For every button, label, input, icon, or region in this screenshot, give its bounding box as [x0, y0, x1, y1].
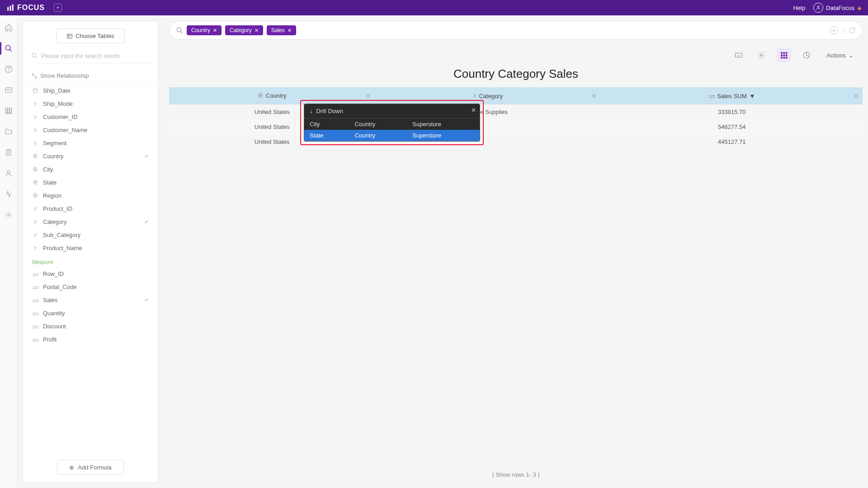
user-menu[interactable]: DataFocus ◈ — [813, 3, 862, 13]
query-chip[interactable]: Country✕ — [187, 25, 222, 35]
opt-source: Superstore — [407, 118, 480, 130]
clear-query-button[interactable]: ✕ — [830, 26, 838, 34]
field-item[interactable]: 123Quantity — [29, 307, 151, 320]
field-search[interactable] — [29, 49, 151, 63]
type-icon — [258, 93, 263, 99]
column-header[interactable]: 123Sales SUM▼⚙ — [601, 87, 863, 104]
field-search-input[interactable] — [29, 49, 151, 63]
chip-remove-icon[interactable]: ✕ — [213, 28, 217, 33]
nav-activity-icon[interactable] — [5, 190, 13, 198]
nav-table-icon[interactable] — [5, 107, 13, 115]
nav-user-icon[interactable] — [5, 169, 13, 177]
field-item[interactable]: TShip_Mode — [29, 97, 151, 110]
type-icon: T — [32, 246, 38, 251]
gear-icon[interactable]: ⚙ — [592, 93, 596, 99]
field-item[interactable]: State — [29, 176, 151, 189]
svg-point-6 — [8, 71, 9, 71]
chevron-down-icon: ⌄ — [849, 52, 854, 59]
refresh-icon[interactable] — [849, 27, 856, 34]
field-item[interactable]: TCategory✓ — [29, 215, 151, 228]
field-label: Ship_Date — [43, 87, 71, 94]
svg-rect-2 — [12, 5, 14, 11]
field-item[interactable]: 123Profit — [29, 333, 151, 346]
field-item[interactable]: Country✓ — [29, 150, 151, 163]
field-item[interactable]: 123Discount — [29, 320, 151, 333]
sort-icon: ▼ — [750, 93, 755, 99]
add-formula-button[interactable]: ⊕ Add Formula — [57, 460, 123, 475]
column-label: Category — [479, 93, 503, 99]
actions-menu[interactable]: Actions ⌄ — [822, 49, 858, 62]
field-item[interactable]: City — [29, 163, 151, 176]
type-icon: T — [473, 93, 476, 99]
nav-settings-icon[interactable] — [5, 211, 13, 219]
nav-help-icon[interactable] — [5, 65, 13, 73]
field-item[interactable]: TSub_Category — [29, 228, 151, 242]
chart-title: Country Category Sales — [169, 67, 863, 81]
measure-section-label: Measure — [29, 255, 151, 267]
config-icon[interactable] — [754, 48, 769, 62]
field-item[interactable]: Region — [29, 189, 151, 202]
query-chip[interactable]: Category✕ — [225, 25, 263, 35]
nav-home-icon[interactable] — [5, 24, 13, 32]
fields-list: Ship_DateTShip_ModeTCustomer_IDTCustomer… — [23, 84, 158, 454]
chart-type-icon[interactable] — [799, 48, 814, 62]
keyboard-icon[interactable] — [731, 48, 746, 62]
logo[interactable]: FOCUS — [6, 4, 45, 12]
query-chip[interactable]: Sales✕ — [267, 25, 296, 35]
type-icon: T — [32, 206, 38, 212]
field-item[interactable]: 123Postal_Code — [29, 280, 151, 294]
chip-remove-icon[interactable]: ✕ — [255, 28, 259, 33]
logo-icon — [6, 4, 14, 12]
show-relationship-toggle[interactable]: Show Relationship — [23, 68, 158, 84]
type-icon — [32, 180, 38, 186]
gear-icon[interactable]: ⚙ — [366, 93, 371, 99]
type-icon: T — [32, 232, 38, 238]
table-row[interactable]: United States546277.54 — [169, 119, 863, 134]
show-relationship-label: Show Relationship — [40, 72, 89, 79]
type-icon — [32, 88, 38, 94]
nav-dashboard-icon[interactable] — [5, 86, 13, 94]
table-icon — [66, 33, 73, 39]
help-link[interactable]: Help — [793, 5, 805, 11]
chip-remove-icon[interactable]: ✕ — [288, 28, 292, 33]
user-name: DataFocus — [826, 5, 854, 11]
field-item[interactable]: TCustomer_Name — [29, 123, 151, 137]
nav-folder-icon[interactable] — [5, 128, 13, 136]
field-item[interactable]: Ship_Date — [29, 84, 151, 97]
table-row[interactable]: United StatesOffice Supplies333815.70 — [169, 104, 863, 119]
field-item[interactable]: TCustomer_ID — [29, 110, 151, 123]
choose-tables-button[interactable]: Choose Tables — [56, 28, 125, 43]
drilldown-option[interactable]: StateCountrySuperstore — [304, 130, 480, 141]
gear-icon[interactable]: ⚙ — [854, 93, 858, 99]
drilldown-popup-highlight: ↓ Drill Down ✕ CityCountrySuperstoreStat… — [300, 100, 484, 145]
svg-rect-26 — [786, 52, 788, 54]
type-icon: T — [32, 128, 38, 133]
grid-view-icon[interactable] — [777, 48, 791, 62]
svg-rect-1 — [10, 6, 11, 11]
check-icon: ✓ — [145, 297, 149, 303]
field-label: Segment — [43, 140, 66, 147]
svg-rect-22 — [736, 53, 742, 57]
query-bar[interactable]: Country✕Category✕Sales✕ ✕ | — [169, 21, 863, 40]
field-label: Postal_Code — [43, 284, 76, 290]
check-icon: ✓ — [145, 219, 149, 225]
drilldown-option[interactable]: CityCountrySuperstore — [304, 118, 480, 130]
table-row[interactable]: United States445127.71 — [169, 134, 863, 149]
field-label: Profit — [43, 336, 57, 343]
drilldown-popup: ↓ Drill Down ✕ CityCountrySuperstoreStat… — [304, 104, 480, 142]
field-item[interactable]: TSegment — [29, 137, 151, 150]
opt-parent: Country — [349, 118, 407, 130]
field-item[interactable]: 123Row_ID — [29, 267, 151, 280]
divider: | — [843, 27, 844, 34]
type-icon: T — [32, 114, 38, 120]
rows-footer: ( Show rows 1- 3 ) — [169, 467, 863, 483]
field-item[interactable]: TProduct_ID — [29, 202, 151, 215]
field-item[interactable]: TProduct_Name — [29, 242, 151, 255]
nav-clipboard-icon[interactable] — [5, 148, 13, 156]
nav-search-icon[interactable] — [5, 44, 13, 52]
new-button[interactable]: + — [54, 4, 62, 12]
svg-rect-12 — [67, 34, 72, 38]
close-icon[interactable]: ✕ — [471, 107, 476, 114]
relationship-icon — [31, 73, 38, 79]
field-item[interactable]: 123Sales✓ — [29, 294, 151, 307]
